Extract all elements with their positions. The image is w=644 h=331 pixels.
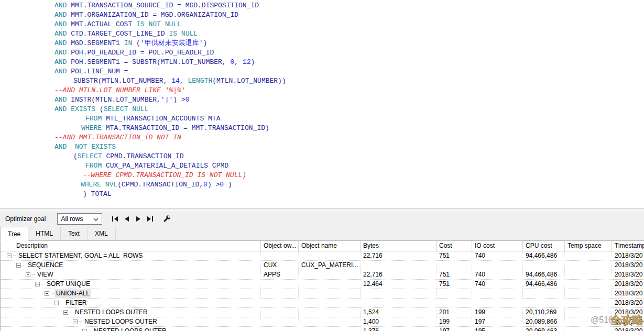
cell-bytes: 1,400: [361, 317, 436, 326]
sql-line: AND NOT EXISTS: [0, 142, 644, 152]
cell-bytes: 1,524: [361, 308, 436, 317]
tree-connector: [13, 256, 16, 256]
plan-tree-row[interactable]: SELECT STATEMENT, GOAL = ALL_ROWS22,7167…: [1, 251, 644, 261]
plan-grid-header: DescriptionObject ow...Object nameBytesC…: [1, 241, 644, 251]
sql-editor[interactable]: AND MMT.TRANSACTION_SOURCE_ID = MGD.DISP…: [0, 0, 644, 208]
sql-line: WHERE NVL(CPMD.TRANSACTION_ID,0) >0 ): [0, 180, 644, 190]
tree-collapse-icon[interactable]: [82, 329, 87, 331]
plan-tree-row[interactable]: UNION-ALL2018/3/20 ...: [1, 289, 644, 299]
tree-collapse-icon[interactable]: [73, 319, 78, 324]
plan-operation-label: NESTED LOOPS OUTER: [92, 327, 168, 331]
cell-name: [299, 327, 361, 331]
cell-temp: [565, 251, 612, 260]
column-header-cpu[interactable]: CPU cost: [523, 241, 565, 251]
plan-view-tabs: TreeHTMLTextXML: [0, 227, 644, 241]
tree-connector: [60, 303, 63, 303]
plan-tree-row[interactable]: NESTED LOOPS OUTER1,37619719520,069,4632…: [1, 327, 644, 331]
plan-operation-label: UNION-ALL: [54, 289, 91, 298]
cell-cost: 197: [436, 327, 472, 331]
cell-cpu: [523, 289, 565, 298]
column-header-bytes[interactable]: Bytes: [361, 241, 436, 251]
tab-tree[interactable]: Tree: [0, 227, 28, 241]
plan-tree-row[interactable]: SORT UNIQUE12,46475174094,466,4862018/3/…: [1, 280, 644, 289]
optimizer-goal-select[interactable]: All rows: [57, 213, 102, 225]
previous-record-icon[interactable]: [121, 214, 133, 224]
sql-line: AND MMT.TRANSACTION_SOURCE_ID = MGD.DISP…: [0, 1, 644, 10]
cell-desc: SEQUENCE: [1, 261, 261, 270]
sql-line: --WHERE CPMD.TRANSACTION_ID IS NOT NULL): [0, 171, 644, 180]
record-nav-group: [110, 214, 156, 224]
wrench-icon[interactable]: [161, 214, 172, 224]
column-header-temp[interactable]: Temp space: [565, 241, 612, 251]
optimizer-goal-value: All rows: [61, 215, 83, 223]
tree-collapse-icon[interactable]: [35, 282, 40, 286]
cell-bytes: 22,716: [361, 251, 436, 260]
cell-cost: [436, 299, 472, 307]
column-header-io[interactable]: IO cost: [472, 241, 523, 251]
cell-ts: 2018/3/20 ...: [612, 270, 644, 279]
cell-cpu: [523, 261, 565, 270]
tree-collapse-icon[interactable]: [16, 263, 21, 268]
tree-collapse-icon[interactable]: [45, 291, 49, 296]
cell-owner: APPS: [261, 270, 299, 279]
cell-desc: UNION-ALL: [1, 289, 261, 298]
cell-temp: [565, 317, 612, 326]
tree-collapse-icon[interactable]: [63, 310, 68, 315]
cell-bytes: [361, 299, 436, 307]
plan-operation-label: NESTED LOOPS OUTER: [83, 317, 159, 326]
sql-line: AND MMT.ACTUAL_COST IS NOT NULL: [0, 20, 644, 29]
cell-desc: VIEW: [1, 270, 261, 279]
cell-desc: NESTED LOOPS OUTER: [1, 308, 261, 317]
sql-line: AND POH.SEGMENT1 = SUBSTR(MTLN.LOT_NUMBE…: [0, 58, 644, 67]
cell-cost: 201: [436, 308, 472, 317]
cell-cost: 199: [436, 317, 472, 326]
cell-io: 740: [472, 280, 523, 289]
tree-connector: [70, 312, 72, 313]
sql-line: SUBSTR(MTLN.LOT_NUMBER, 14, LENGTH(MTLN.…: [0, 76, 644, 86]
cell-name: [299, 289, 361, 298]
first-record-icon[interactable]: [110, 214, 121, 224]
cell-ts: 2018/3/20 ...: [612, 299, 644, 307]
column-header-name[interactable]: Object name: [299, 241, 361, 251]
plan-tree-row[interactable]: VIEWAPPS22,71675174094,466,4862018/3/20 …: [1, 270, 644, 280]
last-record-icon[interactable]: [144, 214, 156, 224]
plan-grid-body: SELECT STATEMENT, GOAL = ALL_ROWS22,7167…: [1, 251, 644, 331]
tree-connector: [41, 284, 44, 284]
cell-cpu: 94,466,486: [523, 280, 565, 289]
sql-line: AND MMT.ORGANIZATION_ID = MGD.ORGANIZATI…: [0, 10, 644, 20]
tree-collapse-icon[interactable]: [26, 272, 30, 277]
cell-temp: [565, 299, 612, 307]
tree-collapse-icon[interactable]: [54, 301, 59, 305]
plan-tree-row[interactable]: FILTER2018/3/20 ...: [1, 299, 644, 308]
sql-line: AND POL.LINE_NUM =: [0, 67, 644, 76]
cell-desc: NESTED LOOPS OUTER: [1, 317, 261, 326]
plan-tree-row[interactable]: NESTED LOOPS OUTER1,52420119920,110,2692…: [1, 308, 644, 317]
cell-name: [299, 317, 361, 326]
cell-cost: [436, 289, 472, 298]
plan-tree-row[interactable]: SEQUENCECUXCUX_PA_MATERI...2018/3/20 ...: [1, 261, 644, 270]
tab-text[interactable]: Text: [61, 227, 88, 240]
cell-cost: 751: [436, 251, 472, 260]
cell-cpu: 20,110,269: [523, 308, 565, 317]
sql-line: --AND MTLN.LOT_NUMBER LIKE '%|%': [0, 86, 644, 95]
cell-io: [472, 299, 523, 307]
tree-collapse-icon[interactable]: [7, 253, 12, 258]
cell-io: 740: [472, 251, 523, 260]
cell-temp: [565, 270, 612, 279]
cell-temp: [565, 327, 612, 331]
tab-html[interactable]: HTML: [28, 227, 61, 240]
column-header-ts[interactable]: Timestamp: [612, 241, 644, 251]
cell-name: [299, 270, 361, 279]
cell-owner: [261, 317, 299, 326]
column-header-cost[interactable]: Cost: [436, 241, 472, 251]
plan-tree-row[interactable]: NESTED LOOPS OUTER1,40019919720,089,8662…: [1, 317, 644, 327]
plan-operation-label: SEQUENCE: [26, 261, 64, 270]
tab-xml[interactable]: XML: [88, 227, 116, 240]
column-header-desc[interactable]: Description: [1, 241, 261, 251]
cell-bytes: [361, 261, 436, 270]
sql-line: FROM CUX_PA_MATERIAL_A_DETAILS CPMD: [0, 161, 644, 171]
cell-cost: 751: [436, 280, 472, 289]
column-header-owner[interactable]: Object ow...: [261, 241, 299, 251]
cell-cost: [436, 261, 472, 270]
next-record-icon[interactable]: [133, 214, 144, 224]
